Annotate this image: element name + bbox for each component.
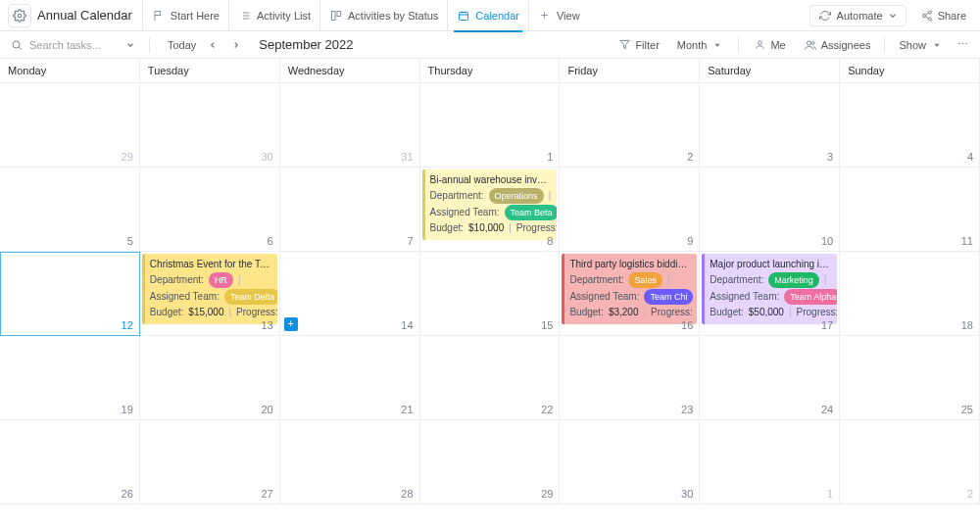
calendar-cell[interactable]: 31 (280, 83, 420, 168)
search-input[interactable]: Search tasks... (10, 38, 137, 52)
day-number: 23 (681, 404, 693, 415)
tab-activity-list[interactable]: Activity List (228, 0, 319, 31)
day-number: 16 (681, 319, 693, 331)
prev-month-button[interactable] (208, 40, 225, 50)
calendar-cell[interactable]: 12 (0, 252, 140, 336)
svg-marker-23 (715, 43, 720, 46)
next-month-button[interactable] (231, 40, 249, 50)
calendar-cell[interactable]: 11 (840, 168, 980, 252)
svg-point-26 (811, 41, 814, 44)
day-number: 12 (122, 319, 133, 331)
day-number: 17 (821, 319, 833, 331)
tab-activities-by-status[interactable]: Activities by Status (319, 0, 447, 31)
calendar-cell[interactable]: 4 (840, 83, 980, 168)
calendar-cell[interactable]: +14 (280, 252, 420, 336)
calendar-event[interactable]: Bi-annual warehouse inventory for spare … (422, 169, 558, 240)
day-number: 1 (827, 488, 833, 500)
calendar-cell[interactable]: 7 (280, 168, 420, 252)
calendar-icon (457, 9, 470, 23)
calendar-cell[interactable]: 19 (0, 336, 140, 420)
day-number: 21 (401, 404, 413, 415)
app-settings-button[interactable] (8, 4, 31, 27)
svg-point-25 (807, 41, 810, 45)
calendar-cell[interactable]: 22 (420, 336, 561, 420)
tab-start-here[interactable]: Start Here (142, 0, 228, 31)
dept-pill: HR (209, 272, 233, 288)
day-number: 8 (547, 235, 553, 247)
month-label: September 2022 (259, 37, 353, 52)
calendar-cell[interactable]: 27 (140, 420, 280, 505)
calendar-cell[interactable]: 29 (420, 420, 561, 505)
dept-pill: Sales (628, 272, 662, 288)
calendar-cell[interactable]: Major product launching in New York City… (700, 252, 840, 336)
calendar-cell[interactable]: 18 (840, 252, 980, 336)
calendar-cell[interactable]: 24 (700, 336, 840, 420)
automate-button[interactable]: Automate (809, 5, 906, 26)
calendar-cell[interactable]: Bi-annual warehouse inventory for spare … (420, 168, 561, 252)
calendar-cell[interactable]: Christmas Event for the Team MembersDepa… (140, 252, 280, 336)
day-number: 22 (541, 404, 553, 415)
calendar-cell[interactable]: 10 (700, 168, 840, 252)
svg-marker-22 (620, 40, 629, 48)
calendar-cell[interactable]: 26 (0, 420, 140, 505)
calendar-cell[interactable]: 2 (840, 420, 980, 505)
svg-rect-9 (460, 12, 468, 20)
day-header: Tuesday (140, 59, 280, 83)
calendar-cell[interactable]: 30 (140, 83, 280, 168)
svg-point-15 (928, 11, 931, 14)
calendar-cell[interactable]: 28 (280, 420, 420, 505)
calendar-cell[interactable]: 5 (0, 168, 140, 252)
chevron-down-icon (123, 38, 137, 52)
calendar-cell[interactable]: 25 (840, 336, 980, 420)
share-button[interactable]: Share (914, 6, 972, 25)
day-number: 29 (122, 151, 133, 163)
calendar-event[interactable]: Christmas Event for the Team MembersDepa… (142, 254, 277, 324)
more-button[interactable]: ⋯ (956, 35, 970, 54)
filter-button[interactable]: Filter (612, 35, 664, 55)
calendar-cell[interactable]: Third party logistics bidding activityDe… (560, 252, 700, 336)
calendar-cell[interactable]: 29 (0, 83, 140, 168)
team-pill: Team Beta (505, 205, 558, 220)
svg-line-18 (925, 16, 928, 18)
flag-icon (152, 9, 166, 23)
day-number: 2 (687, 151, 693, 163)
day-header: Wednesday (280, 59, 420, 83)
automate-icon (818, 9, 832, 23)
calendar-cell[interactable]: 23 (560, 336, 700, 420)
team-pill: Team Delta (224, 289, 277, 305)
month-mode-button[interactable]: Month (671, 35, 731, 55)
calendar-cell[interactable]: 1 (700, 420, 840, 505)
event-title: Third party logistics bidding activity (569, 258, 692, 271)
add-event-button[interactable]: + (284, 317, 298, 331)
calendar-cell[interactable]: 30 (560, 420, 700, 505)
calendar-cell[interactable]: 6 (140, 168, 280, 252)
day-number: 31 (401, 151, 413, 163)
svg-marker-27 (934, 43, 939, 46)
calendar-cell[interactable]: 21 (280, 336, 420, 420)
gear-icon (13, 9, 26, 23)
assignees-button[interactable]: Assignees (798, 35, 877, 55)
svg-point-0 (18, 14, 22, 18)
dept-pill: Marketing (768, 272, 819, 288)
share-label: Share (938, 10, 966, 22)
svg-line-19 (925, 13, 928, 15)
chevron-down-icon (888, 9, 898, 23)
day-number: 10 (821, 235, 833, 247)
calendar-cell[interactable]: 1 (420, 83, 561, 168)
calendar-cell[interactable]: 15 (420, 252, 561, 336)
day-number: 11 (961, 235, 973, 247)
calendar-cell[interactable]: 2 (560, 83, 700, 168)
tab-view[interactable]: View (528, 0, 589, 31)
day-number: 3 (827, 151, 833, 163)
day-number: 20 (261, 404, 272, 415)
show-button[interactable]: Show (893, 35, 950, 55)
calendar-cell[interactable]: 9 (560, 168, 700, 252)
tab-calendar[interactable]: Calendar (447, 0, 528, 31)
calendar-cell[interactable]: 20 (140, 336, 280, 420)
today-button[interactable]: Today (162, 36, 202, 54)
me-button[interactable]: Me (747, 35, 791, 55)
calendar-event[interactable]: Third party logistics bidding activityDe… (562, 254, 697, 324)
calendar-event[interactable]: Major product launching in New York City… (702, 254, 837, 324)
calendar-cell[interactable]: 3 (700, 83, 840, 168)
day-number: 25 (961, 404, 973, 415)
